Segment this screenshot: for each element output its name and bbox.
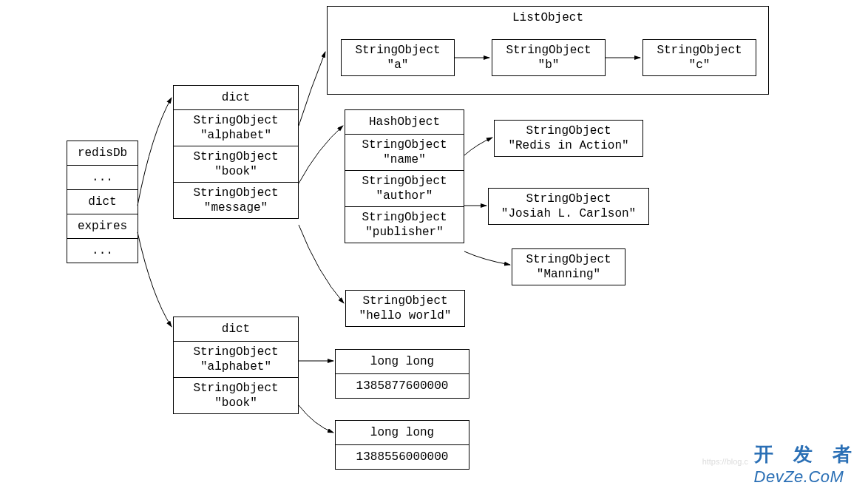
type-label: StringObject	[193, 382, 278, 395]
redisdb-box: redisDb ... dict expires ...	[67, 141, 138, 263]
list-item: StringObject"b"	[492, 39, 606, 76]
list-item: StringObject"c"	[642, 39, 756, 76]
value-label: "publisher"	[365, 226, 444, 239]
type-label: long long	[336, 421, 469, 444]
type-label: StringObject	[362, 294, 447, 308]
watermark-cn: 开 发 者	[754, 441, 859, 467]
redisdb-row: ...	[67, 165, 138, 189]
dict-key: StringObject"book"	[174, 146, 298, 182]
listobject-title: ListObject	[328, 7, 768, 26]
hash-field: StringObject"name"	[345, 134, 464, 170]
value-label: "b"	[538, 58, 560, 72]
watermark-en: DevZe.CoM	[754, 467, 859, 487]
value-label: "c"	[689, 58, 711, 72]
hashobject-title: HashObject	[345, 110, 464, 134]
value-label: 1388556000000	[336, 444, 469, 469]
value-label: "message"	[204, 201, 268, 214]
hashobject-box: HashObject StringObject"name" StringObje…	[345, 109, 464, 243]
dict-key: StringObject"alphabet"	[174, 341, 298, 377]
redisdb-row: expires	[67, 214, 138, 238]
type-label: StringObject	[362, 175, 447, 188]
message-value: StringObject"hello world"	[345, 290, 465, 327]
value-label: "hello world"	[359, 309, 452, 322]
type-label: StringObject	[362, 138, 447, 152]
value-label: "alphabet"	[200, 360, 271, 373]
value-label: "a"	[387, 58, 409, 72]
type-label: StringObject	[193, 114, 278, 127]
dict-expires-title: dict	[174, 317, 298, 341]
value-label: "Manning"	[537, 268, 600, 281]
value-label: 1385877600000	[336, 373, 469, 398]
dict-key: StringObject"alphabet"	[174, 109, 298, 146]
type-label: StringObject	[526, 124, 611, 138]
redisdb-row: ...	[67, 238, 138, 263]
type-label: StringObject	[506, 44, 591, 57]
dict-main-box: dict StringObject"alphabet" StringObject…	[173, 85, 299, 219]
type-label: long long	[336, 350, 469, 373]
type-label: StringObject	[526, 192, 611, 206]
value-label: "name"	[383, 153, 426, 166]
type-label: StringObject	[193, 150, 278, 163]
redisdb-title: redisDb	[67, 141, 138, 165]
type-label: StringObject	[355, 44, 440, 57]
hash-value: StringObject"Manning"	[512, 248, 625, 285]
hash-value: StringObject"Redis in Action"	[494, 120, 643, 157]
value-label: "book"	[214, 165, 257, 178]
hash-field: StringObject"publisher"	[345, 206, 464, 243]
hash-field: StringObject"author"	[345, 170, 464, 206]
value-label: "author"	[376, 189, 433, 203]
dict-expires-box: dict StringObject"alphabet" StringObject…	[173, 317, 299, 414]
type-label: StringObject	[657, 44, 742, 57]
dict-key: StringObject"book"	[174, 377, 298, 413]
expires-value: long long 1388556000000	[335, 420, 469, 470]
value-label: "Redis in Action"	[508, 139, 628, 152]
value-label: "Josiah L. Carlson"	[501, 207, 636, 220]
value-label: "alphabet"	[200, 129, 271, 142]
type-label: StringObject	[526, 253, 611, 266]
listobject-box: ListObject StringObject"a" StringObject"…	[327, 6, 769, 95]
type-label: StringObject	[193, 186, 278, 200]
expires-value: long long 1385877600000	[335, 349, 469, 399]
value-label: "book"	[214, 396, 257, 410]
dict-main-title: dict	[174, 86, 298, 109]
hash-value: StringObject"Josiah L. Carlson"	[488, 188, 649, 225]
redisdb-row: dict	[67, 189, 138, 214]
type-label: StringObject	[193, 345, 278, 359]
list-item: StringObject"a"	[341, 39, 455, 76]
watermark: https://blog.c 开 发 者 DevZe.CoM	[754, 441, 859, 487]
dict-key: StringObject"message"	[174, 182, 298, 218]
watermark-faint: https://blog.c	[702, 457, 748, 466]
type-label: StringObject	[362, 211, 447, 224]
